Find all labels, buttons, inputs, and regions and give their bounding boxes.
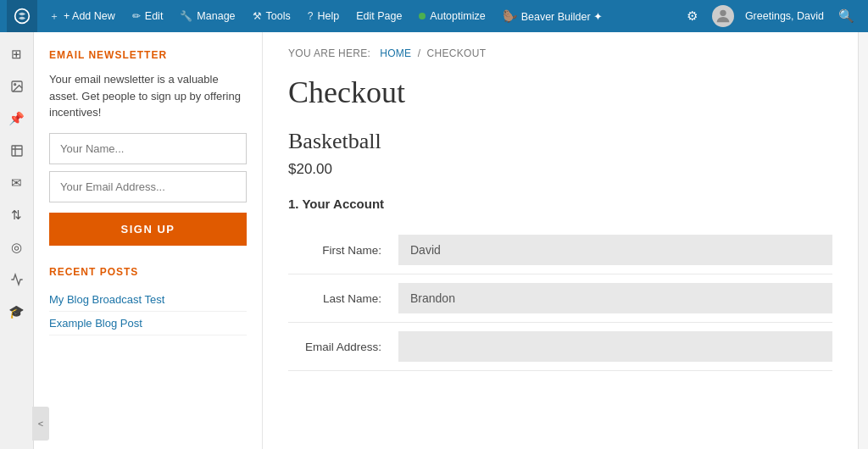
email-address-row: Email Address:: [288, 323, 832, 371]
breadcrumb-separator: /: [418, 47, 421, 59]
recent-post-2[interactable]: Example Blog Post: [49, 312, 247, 335]
email-address-label: Email Address:: [288, 341, 398, 353]
first-name-label: First Name:: [288, 244, 398, 257]
product-price: $20.00: [288, 161, 832, 178]
breadcrumb-home[interactable]: HOME: [380, 47, 411, 59]
breadcrumb-prefix: YOU ARE HERE:: [288, 47, 370, 59]
svg-point-0: [15, 9, 30, 24]
edit-menu[interactable]: ✏ Edit: [124, 0, 172, 32]
content-sidebar: EMAIL NEWSLETTER Your email newsletter i…: [34, 32, 263, 449]
right-panel: [858, 32, 868, 449]
site-logo[interactable]: [7, 0, 37, 32]
avatar-button[interactable]: [708, 0, 738, 32]
pencil-icon: ✏: [132, 10, 141, 22]
add-new-menu[interactable]: ＋ + Add New: [41, 0, 124, 32]
gear-icon: ⚙: [687, 8, 698, 24]
table-icon[interactable]: [3, 137, 31, 164]
pin-icon[interactable]: 📌: [3, 105, 31, 132]
signup-button[interactable]: SIGN UP: [49, 213, 247, 246]
arrows-icon[interactable]: ⇅: [3, 202, 31, 229]
beaver-icon: 🦫: [503, 9, 517, 23]
newsletter-description: Your email newsletter is a valuable asse…: [49, 71, 247, 121]
last-name-label: Last Name:: [288, 292, 398, 305]
tools-icon: ⚒: [253, 10, 262, 22]
autoptimize-menu[interactable]: Autoptimize: [410, 0, 493, 32]
breadcrumb: YOU ARE HERE: HOME / CHECKOUT: [288, 47, 832, 59]
avatar: [712, 5, 734, 27]
wrench-icon: 🔧: [180, 10, 192, 22]
main-content: YOU ARE HERE: HOME / CHECKOUT Checkout B…: [263, 32, 858, 449]
greetings-label[interactable]: Greetings, David: [738, 10, 831, 22]
recent-posts-title: RECENT POSTS: [49, 266, 247, 278]
edit-page-link[interactable]: Edit Page: [348, 0, 410, 32]
email-newsletter-widget: EMAIL NEWSLETTER Your email newsletter i…: [49, 49, 247, 246]
manage-menu[interactable]: 🔧 Manage: [171, 0, 243, 32]
graduation-icon[interactable]: 🎓: [3, 298, 31, 325]
first-name-input[interactable]: [398, 235, 832, 265]
help-icon: ?: [308, 10, 314, 22]
recent-posts-widget: RECENT POSTS My Blog Broadcast Test Exam…: [49, 266, 247, 335]
mail-icon[interactable]: ✉: [3, 169, 31, 197]
top-nav: ＋ + Add New ✏ Edit 🔧 Manage ⚒ Tools ? He…: [0, 0, 868, 32]
first-name-row: First Name:: [288, 226, 832, 274]
target-icon[interactable]: ◎: [3, 234, 31, 261]
chevron-left-icon: <: [38, 419, 43, 429]
settings-button[interactable]: ⚙: [677, 0, 708, 32]
beaver-builder-menu[interactable]: 🦫 Beaver Builder ✦: [494, 0, 611, 32]
last-name-row: Last Name:: [288, 274, 832, 323]
svg-point-1: [720, 10, 726, 16]
search-button[interactable]: 🔍: [831, 0, 861, 32]
icon-sidebar: ⊞ 📌 ✉ ⇅ ◎ 🎓: [0, 32, 34, 449]
name-input[interactable]: [49, 133, 247, 164]
breadcrumb-current: CHECKOUT: [427, 47, 487, 59]
your-account-heading: 1. Your Account: [288, 197, 832, 211]
add-icon: ＋: [49, 9, 59, 24]
tools-menu[interactable]: ⚒ Tools: [244, 0, 299, 32]
svg-rect-4: [12, 146, 22, 156]
help-menu[interactable]: ? Help: [299, 0, 348, 32]
main-layout: ⊞ 📌 ✉ ⇅ ◎ 🎓 EMAIL NEWSLETTER Your email …: [0, 32, 868, 449]
email-address-input[interactable]: [398, 331, 832, 362]
nav-right: ⚙ Greetings, David 🔍: [677, 0, 861, 32]
product-name: Basketball: [288, 129, 832, 154]
newsletter-title: EMAIL NEWSLETTER: [49, 49, 247, 61]
media-icon[interactable]: [3, 73, 31, 100]
chart-icon[interactable]: [3, 266, 31, 293]
autoptimize-status-dot: [419, 13, 426, 19]
checkout-title: Checkout: [288, 75, 832, 110]
last-name-input[interactable]: [398, 283, 832, 313]
email-input[interactable]: [49, 171, 247, 202]
dashboard-icon[interactable]: ⊞: [3, 41, 31, 68]
search-icon: 🔍: [838, 8, 854, 24]
svg-point-3: [14, 84, 15, 86]
recent-post-1[interactable]: My Blog Broadcast Test: [49, 288, 247, 312]
collapse-sidebar-button[interactable]: <: [32, 407, 49, 441]
